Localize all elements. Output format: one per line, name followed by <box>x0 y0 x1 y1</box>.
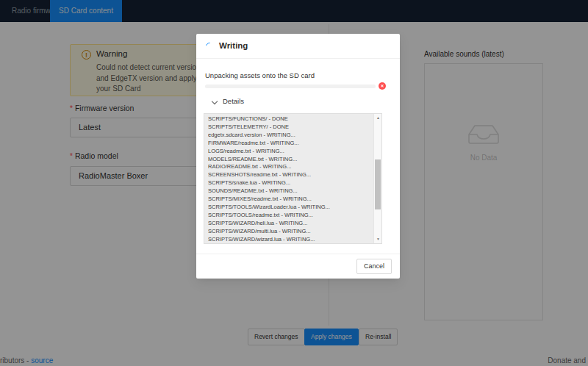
log-entry: SCRIPTS/WIZARD/multi.lua - WRITING... <box>208 228 373 236</box>
log-entry: SOUNDS/README.txt - WRITING... <box>208 187 373 195</box>
scroll-up-arrow[interactable]: ▲ <box>374 114 382 122</box>
modal-header: Writing <box>196 34 400 59</box>
scroll-down-arrow[interactable]: ▼ <box>374 235 382 243</box>
log-entry: FIRMWARE/readme.txt - WRITING... <box>208 140 373 148</box>
status-text: Unpacking assets onto the SD card <box>205 71 315 79</box>
cancel-button[interactable]: Cancel <box>356 259 392 274</box>
error-circle-icon: ✕ <box>379 82 386 90</box>
log-entry: edgetx.sdcard.version - WRITING... <box>208 132 373 140</box>
chevron-down-icon <box>212 98 218 104</box>
write-log-list: SCRIPTS/FUNCTIONS/ - DONESCRIPTS/TELEMET… <box>204 115 373 244</box>
log-entry: SCRIPTS/WIZARD/wizard.lua - WRITING... <box>208 236 373 244</box>
progress-bar <box>205 85 376 88</box>
modal-footer: Cancel <box>196 254 400 279</box>
log-entry: MODELS/README.txt - WRITING... <box>208 156 373 164</box>
log-entry: SCRIPTS/TOOLS/WizardLoader.lua - WRITING… <box>208 204 373 212</box>
log-entry: RADIO/README.txt - WRITING... <box>208 163 373 171</box>
log-entry: SCRIPTS/FUNCTIONS/ - DONE <box>208 115 373 123</box>
details-collapse-toggle[interactable]: Details <box>196 97 400 109</box>
log-entry: SCREENSHOTS/readme.txt - WRITING... <box>208 171 373 179</box>
log-entry: SCRIPTS/MIXES/readme.txt - WRITING... <box>208 195 373 204</box>
details-label: Details <box>223 97 244 105</box>
log-scrollbar[interactable]: ▲ ▼ <box>373 114 381 243</box>
log-entry: SCRIPTS/TELEMETRY/ - DONE <box>208 123 373 132</box>
modal-title: Writing <box>219 41 248 50</box>
log-entry: SCRIPTS/snake.lua - WRITING... <box>208 179 373 187</box>
loading-spinner-icon <box>204 41 215 51</box>
app-window: ! Warning Could not detect current versi… <box>0 0 588 366</box>
write-log-panel[interactable]: SCRIPTS/FUNCTIONS/ - DONESCRIPTS/TELEMET… <box>204 113 382 244</box>
log-entry: SCRIPTS/TOOLS/readme.txt - WRITING... <box>208 212 373 220</box>
log-entry: SCRIPTS/WIZARD/heli.lua - WRITING... <box>208 220 373 228</box>
scrollbar-thumb[interactable] <box>375 159 381 209</box>
log-entry: LOGS/readme.txt - WRITING... <box>208 148 373 156</box>
writing-modal: Writing Unpacking assets onto the SD car… <box>196 34 400 279</box>
